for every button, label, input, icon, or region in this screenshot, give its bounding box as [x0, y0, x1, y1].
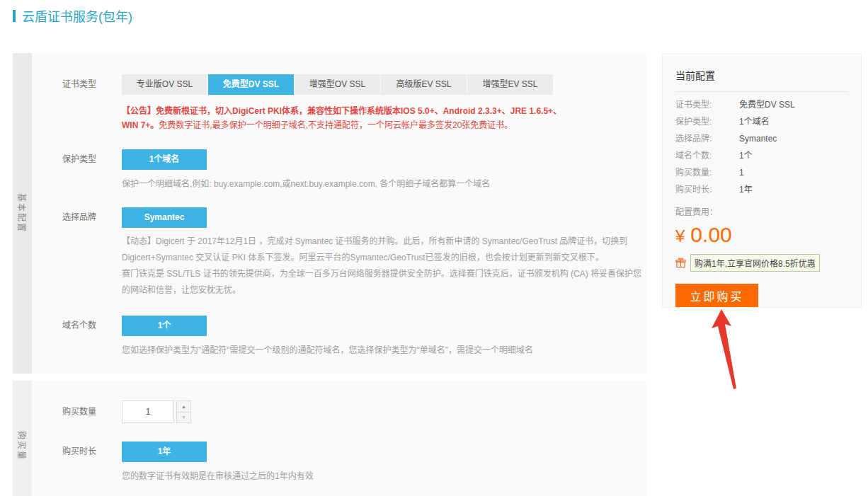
tab-advanced-ev-ssl[interactable]: 高级版EV SSL [381, 74, 467, 95]
free-cert-notice: 【公告】免费新根证书，切入DigiCert PKI体系，兼容性如下操作系统版本I… [122, 104, 566, 132]
summary-row-duration: 购买时长: 1年 [675, 185, 848, 194]
brand-row: 选择品牌 Symantec [32, 207, 646, 228]
section-basic-side-text: 基本配置 [16, 193, 28, 233]
summary-row-protect-type: 保护类型: 1个域名 [675, 117, 848, 126]
summary-label: 选择品牌: [675, 134, 739, 143]
protect-type-desc: 保护一个明细域名,例如: buy.example.com,或next.buy.e… [122, 178, 646, 190]
fee-label: 配置费用： [675, 205, 848, 217]
summary-value: 1年 [739, 185, 753, 194]
current-config-panel: 当前配置 证书类型: 免费型DV SSL 保护类型: 1个域名 选择品牌: Sy… [662, 53, 862, 308]
duration-desc: 您的数字证书有效期是在审核通过之后的1年内有效 [122, 471, 646, 483]
summary-row-cert-type: 证书类型: 免费型DV SSL [675, 100, 848, 109]
section-purchase-side-label: 购买量 [13, 381, 32, 496]
title-accent-bar [13, 10, 16, 22]
quantity-stepper: ▲ ▼ [122, 400, 191, 423]
tab-enhanced-ev-ssl[interactable]: 增强型EV SSL [467, 74, 553, 95]
tab-free-dv-ssl[interactable]: 免费型DV SSL [208, 74, 294, 95]
purchase-form: 基本配置 证书类型 专业版OV SSL 免费型DV SSL 增强型OV SSL … [13, 53, 646, 496]
tab-enhanced-ov-ssl[interactable]: 增强型OV SSL [295, 74, 380, 95]
protect-type-label: 保护类型 [32, 149, 122, 170]
cert-type-tabs: 专业版OV SSL 免费型DV SSL 增强型OV SSL 高级版EV SSL … [122, 74, 553, 95]
brand-option-symantec[interactable]: Symantec [122, 207, 207, 228]
quantity-row: 购买数量 ▲ ▼ [32, 400, 646, 423]
current-config-title: 当前配置 [675, 62, 848, 92]
tab-professional-ov-ssl[interactable]: 专业版OV SSL [122, 74, 207, 95]
promo-row: 购满1年,立享官网价格8.5折优惠 [675, 254, 848, 272]
summary-value: 1个域名 [739, 117, 770, 126]
price-value: 0.00 [690, 223, 731, 246]
stepper-up-icon[interactable]: ▲ [176, 400, 191, 413]
page-title-text: 云盾证书服务(包年) [22, 6, 132, 25]
summary-label: 证书类型: [675, 100, 739, 109]
summary-row-brand: 选择品牌: Symantec [675, 134, 848, 143]
free-cert-notice-rest: 免费数字证书,最多保护一个明细子域名,不支持通配符，一个阿云帐户最多签发20张免… [159, 120, 513, 130]
summary-value: 1 [739, 168, 744, 177]
quantity-label: 购买数量 [32, 400, 122, 423]
stepper-down-icon[interactable]: ▼ [176, 413, 191, 424]
domain-count-desc: 您如选择保护类型为"通配符"需提交一个级别的通配符域名，您选择保护类型为"单域名… [122, 345, 646, 357]
brand-label: 选择品牌 [32, 207, 122, 228]
brand-desc-line2: 赛门铁克是 SSL/TLS 证书的领先提供商，为全球一百多万台网络服务器提供安全… [122, 266, 646, 299]
duration-label: 购买时长 [32, 442, 122, 462]
protect-type-row: 保护类型 1个域名 [32, 149, 646, 170]
summary-value: Symantec [739, 134, 777, 143]
section-basic-config: 基本配置 证书类型 专业版OV SSL 免费型DV SSL 增强型OV SSL … [13, 53, 646, 374]
protect-type-option[interactable]: 1个域名 [122, 149, 207, 170]
currency-symbol: ¥ [675, 226, 685, 246]
summary-label: 保护类型: [675, 117, 739, 126]
gift-icon [675, 258, 686, 268]
brand-desc-line1: 【动态】Digicert 于 2017年12月1日 ，完成对 Symantec … [122, 233, 646, 266]
brand-desc: 【动态】Digicert 于 2017年12月1日 ，完成对 Symantec … [122, 233, 646, 299]
domain-count-row: 域名个数 1个 [32, 316, 646, 336]
section-purchase-body: 购买数量 ▲ ▼ 购买时长 1年 您的数字证书有效期是在审核通过之后的1年内有效 [32, 381, 646, 496]
summary-label: 购买数量: [675, 168, 739, 177]
summary-value: 1个 [739, 151, 753, 160]
promo-badge: 购满1年,立享官网价格8.5折优惠 [690, 254, 820, 272]
page-title: 云盾证书服务(包年) [13, 6, 132, 25]
buy-now-button[interactable]: 立即购买 [675, 284, 758, 307]
duration-option[interactable]: 1年 [122, 442, 207, 462]
summary-row-quantity: 购买数量: 1 [675, 168, 848, 177]
cert-type-row: 证书类型 专业版OV SSL 免费型DV SSL 增强型OV SSL 高级版EV… [32, 74, 646, 95]
summary-row-domain-count: 域名个数: 1个 [675, 151, 848, 160]
domain-count-label: 域名个数 [32, 316, 122, 336]
domain-count-option[interactable]: 1个 [122, 316, 207, 336]
cert-type-label: 证书类型 [32, 74, 122, 95]
summary-value: 免费型DV SSL [739, 100, 795, 109]
summary-label: 购买时长: [675, 185, 739, 194]
quantity-input[interactable] [122, 400, 174, 423]
section-purchase-side-text: 购买量 [16, 431, 28, 461]
section-purchase: 购买量 购买数量 ▲ ▼ 购买时长 1年 您的数字证书有效期是在审核通过之后的1… [13, 381, 646, 496]
quantity-stepper-buttons: ▲ ▼ [176, 400, 191, 423]
summary-label: 域名个数: [675, 151, 739, 160]
section-basic-body: 证书类型 专业版OV SSL 免费型DV SSL 增强型OV SSL 高级版EV… [32, 53, 646, 374]
duration-row: 购买时长 1年 [32, 442, 646, 462]
section-basic-side-label: 基本配置 [13, 53, 32, 374]
price: ¥0.00 [675, 223, 848, 247]
